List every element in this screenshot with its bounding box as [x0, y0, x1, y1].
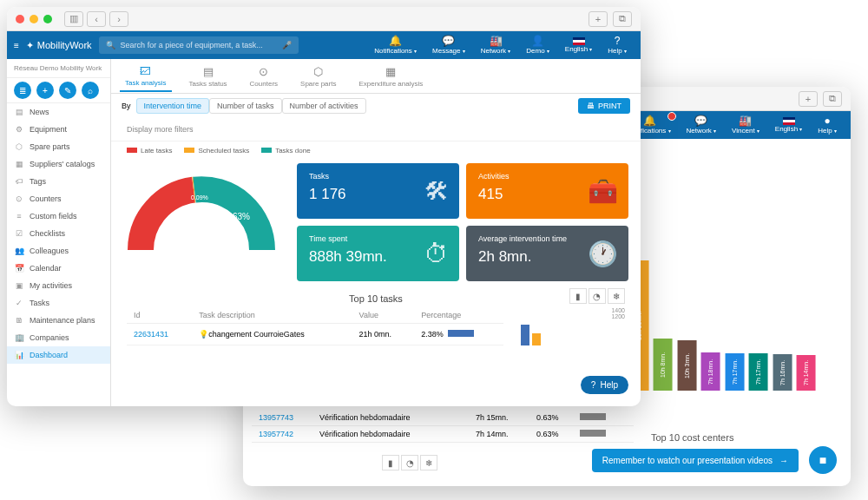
tab-tasks-status[interactable]: ▤Tasks status: [184, 62, 233, 91]
sidebar-item-dashboard[interactable]: 📊Dashboard: [7, 346, 110, 364]
card-tasks[interactable]: Tasks 1 176 🛠: [297, 163, 459, 219]
table-row[interactable]: 22631431💡changement CourroieGates21h 0mn…: [127, 324, 503, 345]
mic-icon[interactable]: 🎤: [282, 41, 292, 49]
back-icon[interactable]: ‹: [87, 11, 106, 27]
print-label: PRINT: [598, 102, 621, 110]
sidebar-item-colleagues[interactable]: 👥Colleagues: [7, 242, 110, 260]
bar-chart-icon[interactable]: ▮: [569, 288, 587, 304]
maximize-dot[interactable]: [43, 15, 52, 23]
freeze-icon[interactable]: ❄: [608, 288, 625, 304]
filter-pill-number-of-tasks[interactable]: Number of tasks: [209, 98, 282, 114]
sidebar-icon: 🗎: [14, 316, 24, 325]
sidebar-item-calendar[interactable]: 📅Calendar: [7, 260, 110, 277]
more-filters-toggle[interactable]: Display more filters: [111, 118, 641, 141]
toast-text: Remember to watch our presentation video…: [602, 456, 773, 465]
search-placeholder: Search for a piece of equipment, a task.…: [121, 41, 263, 49]
sidebar-icon: ⬡: [14, 142, 24, 151]
cost-bar: 7h 16mn.: [773, 354, 792, 391]
sidebar-icon: ▤: [14, 108, 24, 116]
filter-pill-number-of-activities[interactable]: Number of activities: [282, 98, 366, 114]
window-primary: ▥ ‹ › + ⧉ ≡ ✦ MobilityWork 🔍 Search for …: [7, 7, 641, 406]
bar-chart-icon[interactable]: ▮: [382, 455, 399, 470]
tab-expenditure-analysis[interactable]: ▦Expenditure analysis: [353, 62, 428, 91]
sidebar-icon: ▦: [14, 160, 24, 168]
sidebar-icon: ≡: [14, 212, 24, 220]
video-fab[interactable]: ■: [809, 446, 837, 474]
table-row[interactable]: 13957743Vérification hebdomadaire7h 15mn…: [252, 410, 634, 426]
sidebar-item-tasks[interactable]: ✓Tasks: [7, 294, 110, 312]
header-vincent[interactable]: 🏭Vincent ▾: [725, 114, 766, 137]
sidebar-item-tags[interactable]: 🏷Tags: [7, 173, 110, 190]
col-value: Value: [352, 307, 415, 324]
minimize-dot[interactable]: [30, 15, 38, 23]
sidebar-item-equipment[interactable]: ⚙Equipment: [7, 121, 110, 138]
table-row[interactable]: 13957742Vérification hebdomadaire7h 14mn…: [252, 426, 634, 443]
plus-icon[interactable]: +: [799, 91, 818, 107]
titlebar: ▥ ‹ › + ⧉: [7, 7, 641, 31]
top-tasks-table: IdTask descriptionValuePercentage 226314…: [127, 307, 503, 345]
header-message[interactable]: 💬Message ▾: [425, 34, 472, 57]
logo-icon: ✦: [26, 40, 34, 51]
tab-counters[interactable]: ⊙Counters: [245, 62, 283, 91]
sidebar-item-news[interactable]: ▤News: [7, 103, 110, 121]
sidebar-toggle-icon[interactable]: ▥: [64, 11, 83, 27]
shortcut-3[interactable]: ✎: [59, 82, 76, 99]
pie-chart-icon[interactable]: ◔: [589, 288, 606, 304]
tab-spare-parts[interactable]: ⬡Spare parts: [295, 62, 341, 91]
header-network[interactable]: 💬Network ▾: [680, 114, 724, 137]
app-logo[interactable]: ✦ MobilityWork: [26, 40, 92, 51]
search-icon: 🔍: [106, 41, 115, 49]
shortcut-4[interactable]: ⌕: [82, 82, 99, 99]
gauge-legend: Late tasks Scheduled tasks Tasks done: [111, 141, 641, 160]
sidebar-item-spare-parts[interactable]: ⬡Spare parts: [7, 138, 110, 155]
header-notifications[interactable]: 🔔Notifications ▾: [367, 34, 424, 57]
clock-icon: 🕐: [588, 240, 618, 268]
sidebar-item-maintenance-plans[interactable]: 🗎Maintenance plans: [7, 312, 110, 329]
svg-text:60.63%: 60.63%: [220, 212, 250, 221]
sidebar-icon: 👥: [14, 247, 24, 255]
sidebar-item-counters[interactable]: ⊙Counters: [7, 190, 110, 207]
sidebar-item-suppliers-catalogs[interactable]: ▦Suppliers' catalogs: [7, 155, 110, 173]
col-task-description: Task description: [192, 307, 352, 324]
sidebar-icon: ☑: [14, 229, 24, 238]
sidebar: Réseau Demo Mobility Work ≣ + ✎ ⌕ ▤News⚙…: [7, 59, 111, 406]
tab-task-analysis[interactable]: 🗠Task analysis: [120, 61, 172, 92]
sidebar-item-checklists[interactable]: ☑Checklists: [7, 225, 110, 242]
sidebar-item-custom-fields[interactable]: ≡Custom fields: [7, 207, 110, 225]
card-time-spent[interactable]: Time spent 888h 39mn. ⏱: [297, 226, 459, 281]
card-avg-time[interactable]: Average intervention time 2h 8mn. 🕐: [466, 226, 628, 281]
close-dot[interactable]: [16, 15, 24, 23]
header-english[interactable]: English ▾: [558, 34, 599, 57]
svg-text:0.09%: 0.09%: [191, 194, 208, 201]
tasks-table-overflow: 13957743Vérification hebdomadaire7h 15mn…: [252, 410, 634, 443]
shortcut-1[interactable]: ≣: [14, 82, 31, 99]
search-input[interactable]: 🔍 Search for a piece of equipment, a tas…: [99, 36, 299, 54]
forward-icon[interactable]: ›: [109, 11, 128, 27]
cost-bar: 10h 3mn.: [678, 340, 697, 391]
chart-toolbar-extra: ▮ ◔ ❄: [382, 455, 437, 470]
plus-icon[interactable]: +: [589, 11, 608, 27]
shortcut-2[interactable]: +: [36, 82, 54, 99]
sidebar-icon: ⊙: [14, 194, 24, 203]
legend-scheduled: Scheduled tasks: [198, 147, 249, 155]
presentation-toast[interactable]: Remember to watch our presentation video…: [592, 449, 799, 472]
help-button[interactable]: ? Help: [581, 376, 628, 394]
copy-icon[interactable]: ⧉: [613, 11, 632, 27]
sidebar-item-companies[interactable]: 🏢Companies: [7, 329, 110, 346]
freeze-icon[interactable]: ❄: [420, 455, 437, 470]
filter-pill-intervention-time[interactable]: Intervention time: [136, 98, 210, 114]
pie-chart-icon[interactable]: ◔: [401, 455, 418, 470]
header-network[interactable]: 🏭Network ▾: [474, 34, 518, 57]
menu-icon[interactable]: ≡: [14, 41, 19, 50]
sidebar-icon: ✓: [14, 299, 24, 307]
header-demo[interactable]: 👤Demo ▾: [519, 34, 556, 57]
header-english[interactable]: English ▾: [768, 114, 809, 137]
card-activities[interactable]: Activities 415 🧰: [466, 163, 628, 219]
sidebar-icon: 🏢: [14, 333, 24, 342]
sidebar-shortcuts: ≣ + ✎ ⌕: [7, 78, 110, 103]
copy-icon[interactable]: ⧉: [823, 91, 842, 107]
sidebar-item-my-activities[interactable]: ▣My activities: [7, 277, 110, 294]
print-button[interactable]: 🖶 PRINT: [578, 98, 630, 114]
header-help[interactable]: ●Help ▾: [811, 114, 844, 137]
header-help[interactable]: ?Help ▾: [601, 34, 634, 57]
